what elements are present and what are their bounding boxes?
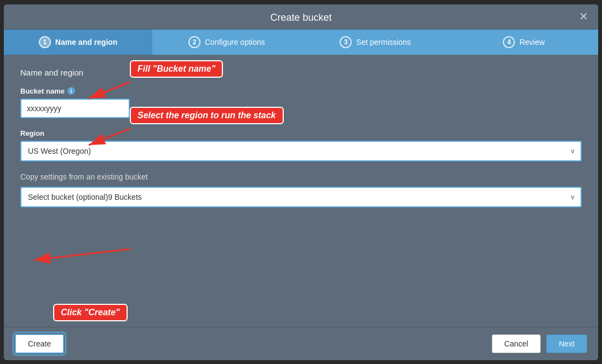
bucket-name-input[interactable] (20, 99, 130, 118)
region-field-group: Region US West (Oregon) US East (N. Virg… (20, 129, 582, 161)
step-2-configure[interactable]: 2 Configure options (152, 30, 301, 55)
create-button[interactable]: Create (15, 334, 64, 354)
next-button[interactable]: Next (546, 334, 587, 353)
step-1-label: Name and region (55, 38, 118, 47)
step-3-label: Set permissions (356, 38, 411, 47)
step-3-permissions[interactable]: 3 Set permissions (301, 30, 450, 55)
step-4-circle: 4 (503, 36, 515, 48)
modal-footer: Create Cancel Next (4, 327, 598, 360)
modal-overlay: Create bucket ✕ 1 Name and region 2 Conf… (0, 0, 602, 364)
step-1-name-region[interactable]: 1 Name and region (4, 30, 152, 55)
step-2-label: Configure options (205, 38, 265, 47)
bucket-name-field-group: Bucket name i (20, 87, 582, 118)
copy-settings-select-wrapper: Select bucket (optional)9 Buckets ∨ (20, 187, 582, 207)
copy-settings-select[interactable]: Select bucket (optional)9 Buckets (20, 187, 582, 207)
modal-header: Create bucket ✕ (4, 4, 598, 30)
callout-click-create: Click "Create" (53, 304, 128, 321)
close-button[interactable]: ✕ (579, 11, 588, 22)
copy-settings-label: Copy settings from an existing bucket (20, 172, 582, 181)
step-4-review[interactable]: 4 Review (450, 30, 598, 55)
modal: Create bucket ✕ 1 Name and region 2 Conf… (4, 4, 598, 360)
bucket-name-label: Bucket name i (20, 87, 582, 95)
bucket-name-info-icon: i (67, 87, 75, 95)
modal-body: Name and region Fill "Bucket name" Selec… (4, 55, 598, 327)
region-label: Region (20, 129, 582, 137)
annotation-click-create: Click "Create" (53, 304, 128, 321)
region-select[interactable]: US West (Oregon) US East (N. Virginia) E… (20, 141, 582, 161)
step-4-label: Review (519, 38, 544, 47)
modal-title: Create bucket (270, 12, 331, 24)
copy-settings-field-group: Copy settings from an existing bucket Se… (20, 172, 582, 207)
step-1-circle: 1 (39, 36, 51, 48)
step-2-circle: 2 (188, 36, 200, 48)
form-section-title: Name and region (20, 68, 582, 77)
steps-bar: 1 Name and region 2 Configure options 3 … (4, 30, 598, 55)
step-3-circle: 3 (340, 36, 352, 48)
region-select-wrapper: US West (Oregon) US East (N. Virginia) E… (20, 141, 582, 161)
footer-right-buttons: Cancel Next (492, 334, 587, 353)
cancel-button[interactable]: Cancel (492, 334, 541, 353)
